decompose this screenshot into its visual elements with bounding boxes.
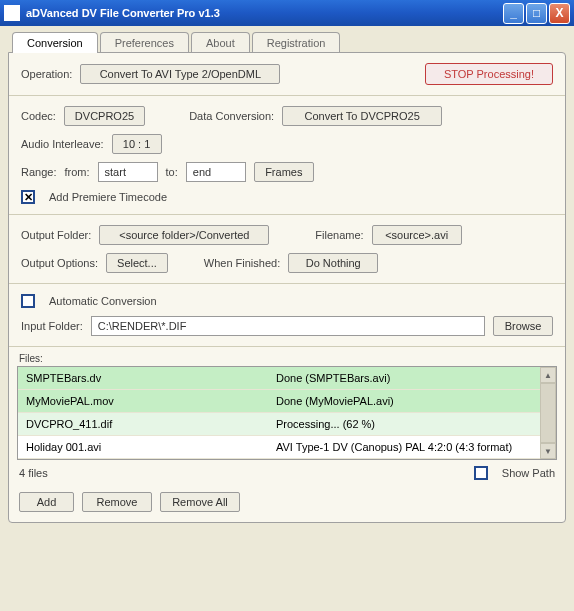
when-finished-label: When Finished: <box>204 257 280 269</box>
close-button[interactable]: X <box>549 3 570 24</box>
frames-button[interactable]: Frames <box>254 162 314 182</box>
input-folder-input[interactable] <box>91 316 485 336</box>
tab-conversion[interactable]: Conversion <box>12 32 98 53</box>
files-header: Files: <box>9 353 565 364</box>
auto-conversion-label: Automatic Conversion <box>49 295 157 307</box>
files-list: SMPTEBars.dvDone (SMPTEBars.avi)MyMovieP… <box>17 366 557 460</box>
output-options-button[interactable]: Select... <box>106 253 168 273</box>
range-from-input[interactable] <box>98 162 158 182</box>
audio-interleave-label: Audio Interleave: <box>21 138 104 150</box>
filename-label: Filename: <box>315 229 363 241</box>
dataconv-label: Data Conversion: <box>189 110 274 122</box>
codec-select-button[interactable]: DVCPRO25 <box>64 106 145 126</box>
input-folder-label: Input Folder: <box>21 320 83 332</box>
tab-preferences[interactable]: Preferences <box>100 32 189 53</box>
table-row[interactable]: SMPTEBars.dvDone (SMPTEBars.avi) <box>18 367 540 390</box>
premiere-timecode-label: Add Premiere Timecode <box>49 191 167 203</box>
premiere-timecode-checkbox[interactable] <box>21 190 35 204</box>
window-title: aDVanced DV File Converter Pro v1.3 <box>26 7 501 19</box>
audio-interleave-button[interactable]: 10 : 1 <box>112 134 162 154</box>
scroll-thumb[interactable] <box>540 383 556 443</box>
range-to-input[interactable] <box>186 162 246 182</box>
scroll-up-icon[interactable]: ▲ <box>540 367 556 383</box>
titlebar[interactable]: aDVanced DV File Converter Pro v1.3 _ □ … <box>0 0 574 26</box>
codec-label: Codec: <box>21 110 56 122</box>
output-options-label: Output Options: <box>21 257 98 269</box>
show-path-checkbox[interactable] <box>474 466 488 480</box>
output-folder-button[interactable]: <source folder>/Converted <box>99 225 269 245</box>
tab-about[interactable]: About <box>191 32 250 53</box>
tab-registration[interactable]: Registration <box>252 32 341 53</box>
when-finished-button[interactable]: Do Nothing <box>288 253 378 273</box>
operation-select-button[interactable]: Convert To AVI Type 2/OpenDML <box>80 64 280 84</box>
range-to-label: to: <box>166 166 178 178</box>
remove-button[interactable]: Remove <box>82 492 152 512</box>
scroll-down-icon[interactable]: ▼ <box>540 443 556 459</box>
app-icon <box>4 5 20 21</box>
table-row[interactable]: MyMoviePAL.movDone (MyMoviePAL.avi) <box>18 390 540 413</box>
file-status: AVI Type-1 DV (Canopus) PAL 4:2:0 (4:3 f… <box>276 441 532 453</box>
remove-all-button[interactable]: Remove All <box>160 492 240 512</box>
dataconv-select-button[interactable]: Convert To DVCPRO25 <box>282 106 442 126</box>
tab-bar: Conversion Preferences About Registratio… <box>12 32 566 53</box>
range-from-label: from: <box>64 166 89 178</box>
table-row[interactable]: Holiday 001.aviAVI Type-1 DV (Canopus) P… <box>18 436 540 459</box>
files-scrollbar[interactable]: ▲ ▼ <box>540 367 556 459</box>
output-folder-label: Output Folder: <box>21 229 91 241</box>
add-button[interactable]: Add <box>19 492 74 512</box>
file-name: SMPTEBars.dv <box>26 372 276 384</box>
maximize-button[interactable]: □ <box>526 3 547 24</box>
tab-panel-conversion: Operation: Convert To AVI Type 2/OpenDML… <box>8 52 566 523</box>
file-status: Done (SMPTEBars.avi) <box>276 372 532 384</box>
auto-conversion-checkbox[interactable] <box>21 294 35 308</box>
browse-button[interactable]: Browse <box>493 316 553 336</box>
table-row[interactable]: DVCPRO_411.difProcessing... (62 %) <box>18 413 540 436</box>
file-name: DVCPRO_411.dif <box>26 418 276 430</box>
operation-label: Operation: <box>21 68 72 80</box>
filename-button[interactable]: <source>.avi <box>372 225 462 245</box>
range-label: Range: <box>21 166 56 178</box>
file-name: MyMoviePAL.mov <box>26 395 276 407</box>
file-name: Holiday 001.avi <box>26 441 276 453</box>
file-status: Done (MyMoviePAL.avi) <box>276 395 532 407</box>
file-status: Processing... (62 %) <box>276 418 532 430</box>
stop-processing-button[interactable]: STOP Processing! <box>425 63 553 85</box>
show-path-label: Show Path <box>502 467 555 479</box>
files-count: 4 files <box>19 467 48 479</box>
minimize-button[interactable]: _ <box>503 3 524 24</box>
